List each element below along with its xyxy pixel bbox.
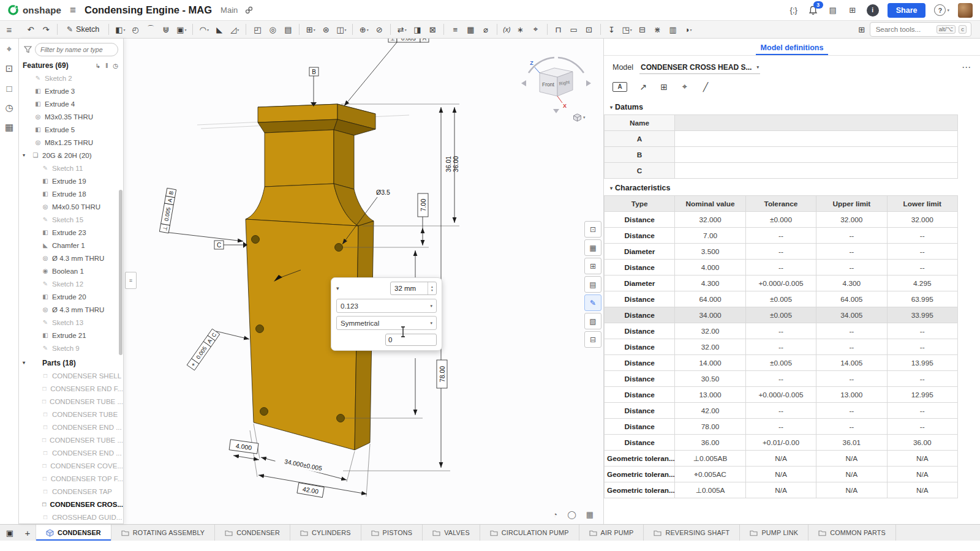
redo-button[interactable]: ↷ [39,23,53,36]
datum-row[interactable]: B [605,147,958,163]
share-link-icon[interactable] [245,6,253,14]
feature-item[interactable]: ◧ Extrude 20 [19,290,123,303]
document-tab[interactable]: VALVES [423,525,480,541]
feature-item[interactable]: □ CONDENSER TUBE ... [19,433,123,446]
datum-value-cell[interactable] [675,131,958,147]
feature-item[interactable]: ✎ Sketch 2 [19,72,123,84]
feature-item[interactable]: □ CONSENSER END F... [19,382,123,395]
search-tools-box[interactable]: alt/⌥ c [870,22,971,37]
onshape-logo[interactable]: onshape [7,4,61,16]
feature-item[interactable]: ▾ Parts (18) [19,356,123,369]
fcf-position[interactable]: ⌖ 0.005 A C [187,329,220,370]
dim-7[interactable]: 7.00 [418,193,428,217]
dimensions-panel-icon[interactable]: ✎ [584,294,601,311]
hole-table-icon[interactable]: ⊞ [584,258,601,274]
feature-item[interactable]: □ CONDENSER END ... [19,421,123,433]
feedback-icon[interactable]: ▤ [827,4,839,17]
divider-7[interactable] [497,24,497,35]
document-tab[interactable]: AIR PUMP [579,525,644,541]
document-tab[interactable]: CYLINDERS [290,525,361,541]
feature-item[interactable]: □ CONDENSER CROS... [19,498,123,511]
user-avatar[interactable] [958,3,973,18]
datum-row[interactable]: C [605,163,958,179]
tolerance-value-input[interactable] [385,334,437,346]
fcf-top[interactable]: ⊥ 0.005 A [388,39,429,42]
search-tools-input[interactable] [875,25,933,34]
rollback-icon[interactable]: ◷ [113,62,118,69]
feature-list-icon[interactable]: ≡ [7,24,12,35]
document-tab[interactable]: PISTONS [361,525,423,541]
fcf-perpendicularity[interactable]: ⊥ 0.005 A B [159,188,176,233]
datums-section-header[interactable]: ▾ Datums [604,98,980,114]
circular-pattern-icon[interactable]: ⊛ [318,23,333,36]
add-tab-button[interactable]: + [20,525,36,541]
model-dropdown[interactable]: CONDENSER CROSS HEAD S... ▾ [639,61,760,74]
feature-item[interactable]: ◧ Extrude 18 [19,187,123,200]
feature-item[interactable]: □ CONDENSER TUBE [19,408,123,421]
help-menu[interactable]: ? ▾ [934,4,949,16]
characteristic-row[interactable]: Distance 7.00 -- -- -- [605,228,958,244]
cut-list-icon[interactable]: ▤ [584,276,601,293]
sketch-button[interactable]: ✎ Sketch [61,22,105,37]
feature-panel-scrollbar[interactable] [119,190,123,355]
model-definitions-icon[interactable]: ▦ [584,239,601,256]
feature-item[interactable]: ◎ Ø 4.3 mm THRU [19,303,123,316]
move-rotate-icon[interactable]: ⌖ [7,43,12,54]
linear-pattern-icon[interactable]: ⊞ [303,23,318,36]
overflow-menu-icon[interactable]: ⋯ [962,62,971,73]
expand-caret-icon[interactable]: ▾ [23,152,29,158]
workspace-name[interactable]: Main [221,6,238,15]
tag-icon[interactable]: ⌖ [529,23,543,36]
insert-feature-icon[interactable]: ↳ [96,62,100,69]
feature-item[interactable]: ✎ Sketch 9 [19,342,123,354]
dim-4[interactable]: 4.000 [229,440,258,454]
characteristic-row[interactable]: Distance 36.00 +0.01/-0.00 36.01 36.00 [605,435,958,451]
feature-item[interactable]: ◧ Extrude 21 [19,329,123,342]
characteristic-row[interactable]: Geometric toleran... ⊥0.005A N/A N/A N/A [605,482,958,498]
dimension-value-box[interactable]: 32 mm ▴▾ [390,282,437,295]
characteristics-section-header[interactable]: ▾ Characteristics [604,179,980,195]
draft-icon[interactable]: ◿ [227,23,242,36]
divider-5[interactable] [390,24,391,35]
characteristic-row[interactable]: Distance 30.50 -- -- -- [605,371,958,387]
datum-b-label[interactable]: B [309,67,318,76]
feature-item[interactable]: ◎ M8x1.25 THRU [19,136,123,149]
tolerance-tool-icon[interactable]: ⌖ [680,81,690,92]
feature-item[interactable]: ◧ Extrude 23 [19,226,123,239]
feature-item[interactable]: □ CONDENSER TAP [19,485,123,498]
feature-item[interactable]: ✎ Sketch 11 [19,162,123,174]
characteristic-row[interactable]: Distance 4.000 -- -- -- [605,260,958,276]
characteristic-row[interactable]: Distance 32.00 -- -- -- [605,339,958,355]
feature-item[interactable]: □ CONDENSER SHELL [19,369,123,382]
feature-item[interactable]: ✎ Sketch 15 [19,213,123,226]
ground-plane-icon[interactable]: ▦ [586,510,594,519]
mirror-icon[interactable]: ◫ [334,23,349,36]
tolerance-type-select[interactable]: Symmetrical ▾ [336,316,437,330]
loft-icon[interactable]: ⋓ [159,23,173,36]
feature-item[interactable]: □ CONDENSER TOP F... [19,472,123,485]
datum-value-cell[interactable] [675,163,958,179]
graphics-viewport[interactable]: 36.01 36.00 78.00 64.000±0.005 7.00 [124,39,603,524]
fillet-icon[interactable]: ◠ [197,23,211,36]
reopen-panel-handle[interactable]: ≡ [125,272,137,289]
thicken-icon[interactable]: ▣ [174,23,189,36]
datum-value-cell[interactable] [675,147,958,163]
rotate-left-arrow[interactable] [521,80,526,86]
tables-icon[interactable]: ▦ [5,122,13,133]
feature-item[interactable]: □ CONDENSER END ... [19,446,123,459]
feature-item[interactable]: □ CONDENSER TUBE ... [19,395,123,408]
featurescript-icon[interactable]: ∗ [513,23,528,36]
comparison-panel-icon[interactable]: ⊡ [584,221,601,238]
feature-item[interactable]: ◧ Extrude 3 [19,84,123,97]
bom-icon[interactable]: ▥ [666,23,680,36]
share-button[interactable]: Share [888,3,926,18]
export-icon[interactable]: ↧ [605,23,619,36]
characteristic-row[interactable]: Geometric toleran... ⌖0.005AC N/A N/A N/… [605,467,958,482]
datum-row[interactable]: A [605,131,958,147]
panel-title[interactable]: Model definitions [756,42,829,55]
callout-tool-icon[interactable]: ↗ [638,82,648,92]
characteristic-row[interactable]: Distance 32.000 ±0.000 32.000 32.000 [605,212,958,228]
split-icon[interactable]: ⊘ [372,23,386,36]
feature-item[interactable]: □ CROSSHEAD GUID... [19,511,123,523]
datum-tool-icon[interactable]: A [612,82,627,92]
